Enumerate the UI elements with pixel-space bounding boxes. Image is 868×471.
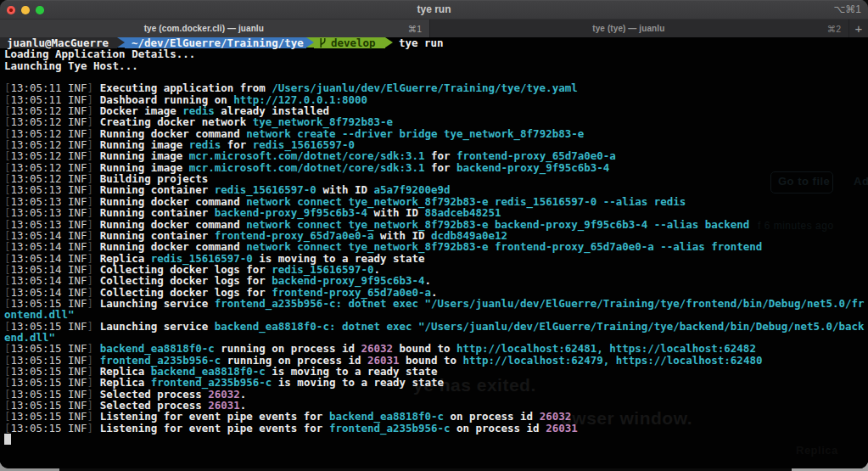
log-line: [13:05:12 INF] Creating docker network t…: [0, 116, 868, 127]
prompt-directory: ~/dev/ElGuerre/Training/tye: [125, 37, 306, 48]
terminal-rows: juanlu@MacGuerre~/dev/ElGuerre/Training/…: [0, 37, 868, 445]
log-line: Launching Tye Host...: [0, 60, 868, 71]
log-line: end.dll": [0, 332, 868, 343]
log-token: 13:05:15 INF: [11, 422, 87, 435]
log-line: [13:05:15 INF] frontend_a235b956-c runni…: [0, 355, 868, 366]
tab-docker-cli[interactable]: tye (com.docker.cli) — juanlu ⌘1: [0, 20, 429, 37]
log-line: [13:05:12 INF] Building projects: [0, 173, 868, 184]
tab-shortcut: ⌘1: [408, 24, 422, 34]
tab-shortcut: ⌘2: [827, 24, 841, 34]
log-token: backend_ea8818f0-c: dotnet exec "/Users/…: [215, 320, 865, 333]
typed-command: tye run: [399, 37, 444, 48]
powerline-arrow-icon: [117, 37, 125, 48]
log-token: [: [4, 422, 11, 435]
branch-name: develop: [331, 37, 376, 48]
blank-line: [0, 71, 868, 82]
log-line: [13:05:15 INF] Launching service backend…: [0, 321, 868, 332]
tab-label: tye (tye) — juanlu: [430, 24, 827, 33]
terminal-cursor[interactable]: [4, 434, 11, 445]
window-title: tye run: [0, 0, 868, 19]
log-token: for: [425, 161, 457, 174]
log-token: backend-proxy_9f95c6b3-4: [456, 161, 609, 174]
prompt-git-branch: develop: [314, 37, 385, 48]
log-line: [13:05:12 INF] Docker image redis alread…: [0, 105, 868, 116]
window-shortcut-hint: ⌥⌘1: [833, 0, 861, 19]
log-line: [13:05:15 INF] Listening for event pipe …: [0, 411, 868, 422]
log-token: frontend_a235b956-c: [329, 422, 451, 435]
log-line: [13:05:13 INF] Running container redis_1…: [0, 184, 868, 195]
log-line: [13:05:14 INF] Collecting docker logs fo…: [0, 287, 868, 298]
terminal-window: tye run ⌥⌘1 tye (com.docker.cli) — juanl…: [0, 0, 868, 468]
log-line: [13:05:13 INF] Running container backend…: [0, 207, 868, 218]
log-token: Launching service: [100, 320, 215, 333]
log-line: [13:05:14 INF] Running container fronten…: [0, 230, 868, 241]
log-token: frontend_a235b956-c: dotnet exec "/Users…: [215, 297, 865, 310]
log-line: [13:05:14 INF] Replica redis_15616597-0 …: [0, 253, 868, 264]
log-token: 26031: [546, 422, 578, 435]
log-token: ]: [87, 422, 94, 435]
log-line: [13:05:15 INF] Replica backend_ea8818f0-…: [0, 366, 868, 377]
log-line: [13:05:14 INF] Running docker command ne…: [0, 241, 868, 252]
log-line: [13:05:11 INF] Dashboard running on http…: [0, 94, 868, 105]
log-token: Launching Tye Host...: [4, 59, 138, 72]
log-token: [93, 320, 100, 333]
log-token: Launching service: [100, 297, 215, 310]
title-bar[interactable]: tye run ⌥⌘1: [0, 0, 868, 19]
log-token: http://localhost:62479, https://localhos…: [463, 354, 763, 367]
log-line: [13:05:12 INF] Running image mcr.microso…: [0, 150, 868, 161]
log-line: ontend.dll": [0, 309, 868, 320]
log-line: [13:05:15 INF] Listening for event pipe …: [0, 423, 868, 434]
tab-label: tye (com.docker.cli) — juanlu: [0, 24, 408, 33]
log-line: Loading Application Details...: [0, 48, 868, 59]
log-line: [13:05:12 INF] Running image mcr.microso…: [0, 162, 868, 173]
log-line: [13:05:15 INF] Launching service fronten…: [0, 298, 868, 309]
log-line: [13:05:12 INF] Running image redis for r…: [0, 139, 868, 150]
log-token: [93, 297, 100, 310]
log-line: [13:05:11 INF] Executing application fro…: [0, 82, 868, 93]
log-line: [13:05:15 INF] Selected process 26032.: [0, 389, 868, 400]
new-tab-button[interactable]: +: [848, 20, 868, 37]
log-line: [13:05:15 INF] Selected process 26031.: [0, 400, 868, 411]
log-line: [13:05:13 INF] Running docker command ne…: [0, 196, 868, 207]
ghost-text: Replica: [796, 444, 838, 457]
prompt-user-host: juanlu@MacGuerre: [0, 37, 117, 48]
log-line: [13:05:15 INF] backend_ea8818f0-c runnin…: [0, 343, 868, 354]
log-token: is moving to a ready state: [272, 376, 444, 389]
tab-bar: tye (com.docker.cli) — juanlu ⌘1 tye (ty…: [0, 19, 868, 37]
log-line: [13:05:12 INF] Running docker command ne…: [0, 128, 868, 139]
log-line: [13:05:13 INF] Running docker command ne…: [0, 219, 868, 230]
log-token: on process id: [451, 422, 546, 435]
git-branch-icon: [319, 38, 327, 48]
log-token: mcr.microsoft.com/dotnet/core/sdk:3.1: [189, 161, 425, 174]
cursor-line: [0, 434, 868, 445]
log-token: Listening for event pipe events for: [100, 422, 329, 435]
log-line: [13:05:15 INF] Replica frontend_a235b956…: [0, 377, 868, 388]
powerline-arrow-icon: [306, 37, 314, 48]
log-token: [93, 422, 100, 435]
log-line: [13:05:14 INF] Collecting docker logs fo…: [0, 275, 868, 286]
log-line: [13:05:14 INF] Collecting docker logs fo…: [0, 264, 868, 275]
terminal-content[interactable]: Go to fileAdf 6 minutes agoye has exited…: [0, 37, 868, 468]
log-token: ]: [87, 297, 94, 310]
shell-prompt: juanlu@MacGuerre~/dev/ElGuerre/Training/…: [0, 37, 868, 48]
powerline-arrow-icon: [385, 37, 393, 48]
tab-tye[interactable]: tye (tye) — juanlu ⌘2: [429, 20, 848, 37]
log-token: ]: [87, 320, 94, 333]
git-branch-icon-path: [321, 38, 325, 48]
